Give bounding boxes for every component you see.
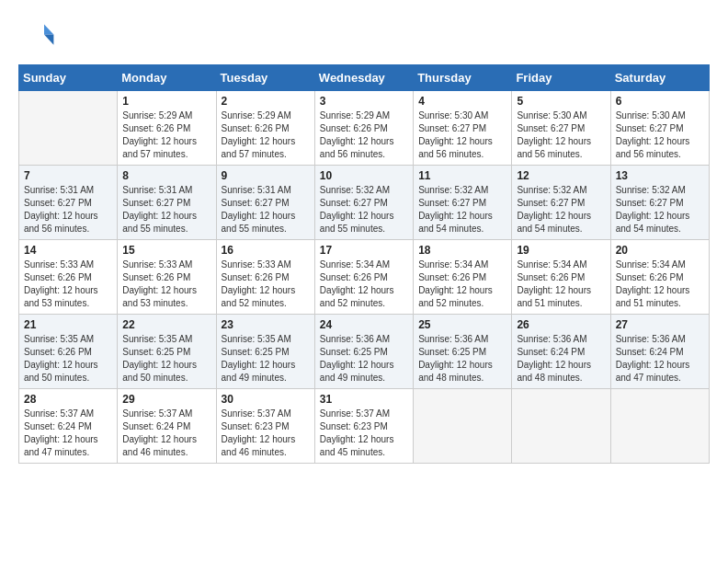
calendar-cell bbox=[512, 389, 610, 464]
cell-content: Sunrise: 5:36 AM Sunset: 6:24 PM Dayligh… bbox=[517, 333, 605, 385]
cell-content: Sunrise: 5:34 AM Sunset: 6:26 PM Dayligh… bbox=[320, 259, 408, 310]
day-number: 26 bbox=[517, 318, 605, 331]
calendar-cell: 12Sunrise: 5:32 AM Sunset: 6:27 PM Dayli… bbox=[512, 166, 610, 240]
cell-content: Sunrise: 5:29 AM Sunset: 6:26 PM Dayligh… bbox=[320, 109, 408, 161]
calendar-week-row: 14Sunrise: 5:33 AM Sunset: 6:26 PM Dayli… bbox=[19, 240, 710, 315]
day-number: 30 bbox=[222, 393, 310, 406]
cell-content: Sunrise: 5:32 AM Sunset: 6:27 PM Dayligh… bbox=[320, 184, 408, 236]
calendar-cell: 21Sunrise: 5:35 AM Sunset: 6:26 PM Dayli… bbox=[19, 315, 118, 389]
calendar-cell: 7Sunrise: 5:31 AM Sunset: 6:27 PM Daylig… bbox=[19, 166, 118, 240]
day-number: 12 bbox=[517, 169, 605, 182]
calendar-cell: 31Sunrise: 5:37 AM Sunset: 6:23 PM Dayli… bbox=[314, 389, 413, 464]
cell-content: Sunrise: 5:33 AM Sunset: 6:26 PM Dayligh… bbox=[122, 259, 210, 310]
day-number: 3 bbox=[320, 95, 408, 108]
calendar-cell bbox=[414, 389, 512, 464]
day-number: 11 bbox=[418, 169, 506, 182]
cell-content: Sunrise: 5:29 AM Sunset: 6:26 PM Dayligh… bbox=[122, 109, 210, 161]
cell-content: Sunrise: 5:30 AM Sunset: 6:27 PM Dayligh… bbox=[616, 109, 704, 161]
day-number: 20 bbox=[616, 244, 704, 257]
day-number: 6 bbox=[616, 95, 704, 108]
cell-content: Sunrise: 5:36 AM Sunset: 6:25 PM Dayligh… bbox=[418, 333, 506, 385]
day-number: 15 bbox=[122, 244, 210, 257]
day-number: 25 bbox=[418, 318, 506, 331]
day-number: 4 bbox=[418, 95, 506, 108]
calendar-cell: 4Sunrise: 5:30 AM Sunset: 6:27 PM Daylig… bbox=[414, 91, 512, 166]
day-number: 14 bbox=[24, 244, 112, 257]
day-number: 24 bbox=[320, 318, 408, 331]
page-header bbox=[18, 18, 710, 55]
cell-content: Sunrise: 5:37 AM Sunset: 6:23 PM Dayligh… bbox=[222, 408, 310, 459]
calendar-cell: 8Sunrise: 5:31 AM Sunset: 6:27 PM Daylig… bbox=[118, 166, 216, 240]
calendar-week-row: 21Sunrise: 5:35 AM Sunset: 6:26 PM Dayli… bbox=[19, 315, 710, 389]
calendar-cell: 23Sunrise: 5:35 AM Sunset: 6:25 PM Dayli… bbox=[216, 315, 314, 389]
calendar-week-row: 28Sunrise: 5:37 AM Sunset: 6:24 PM Dayli… bbox=[19, 389, 710, 464]
cell-content: Sunrise: 5:31 AM Sunset: 6:27 PM Dayligh… bbox=[222, 184, 310, 236]
calendar-table: SundayMondayTuesdayWednesdayThursdayFrid… bbox=[18, 64, 710, 464]
cell-content: Sunrise: 5:34 AM Sunset: 6:26 PM Dayligh… bbox=[418, 259, 506, 310]
calendar-cell: 10Sunrise: 5:32 AM Sunset: 6:27 PM Dayli… bbox=[314, 166, 413, 240]
cell-content: Sunrise: 5:30 AM Sunset: 6:27 PM Dayligh… bbox=[418, 109, 506, 161]
cell-content: Sunrise: 5:33 AM Sunset: 6:26 PM Dayligh… bbox=[24, 259, 112, 310]
day-number: 17 bbox=[320, 244, 408, 257]
cell-content: Sunrise: 5:31 AM Sunset: 6:27 PM Dayligh… bbox=[122, 184, 210, 236]
logo-icon bbox=[18, 18, 55, 55]
weekday-header-monday: Monday bbox=[118, 65, 216, 91]
calendar-cell: 18Sunrise: 5:34 AM Sunset: 6:26 PM Dayli… bbox=[414, 240, 512, 315]
weekday-header-row: SundayMondayTuesdayWednesdayThursdayFrid… bbox=[19, 65, 710, 91]
calendar-cell: 19Sunrise: 5:34 AM Sunset: 6:26 PM Dayli… bbox=[512, 240, 610, 315]
day-number: 9 bbox=[222, 169, 310, 182]
day-number: 16 bbox=[222, 244, 310, 257]
day-number: 10 bbox=[320, 169, 408, 182]
cell-content: Sunrise: 5:34 AM Sunset: 6:26 PM Dayligh… bbox=[616, 259, 704, 310]
calendar-cell bbox=[610, 389, 709, 464]
calendar-cell: 2Sunrise: 5:29 AM Sunset: 6:26 PM Daylig… bbox=[216, 91, 314, 166]
cell-content: Sunrise: 5:36 AM Sunset: 6:25 PM Dayligh… bbox=[320, 333, 408, 385]
svg-marker-0 bbox=[44, 24, 53, 34]
calendar-cell: 29Sunrise: 5:37 AM Sunset: 6:24 PM Dayli… bbox=[118, 389, 216, 464]
day-number: 1 bbox=[122, 95, 210, 108]
logo bbox=[18, 18, 61, 55]
cell-content: Sunrise: 5:32 AM Sunset: 6:27 PM Dayligh… bbox=[616, 184, 704, 236]
cell-content: Sunrise: 5:35 AM Sunset: 6:25 PM Dayligh… bbox=[222, 333, 310, 385]
calendar-week-row: 7Sunrise: 5:31 AM Sunset: 6:27 PM Daylig… bbox=[19, 166, 710, 240]
day-number: 29 bbox=[122, 393, 210, 406]
day-number: 21 bbox=[24, 318, 112, 331]
weekday-header-wednesday: Wednesday bbox=[314, 65, 413, 91]
day-number: 8 bbox=[122, 169, 210, 182]
calendar-cell: 1Sunrise: 5:29 AM Sunset: 6:26 PM Daylig… bbox=[118, 91, 216, 166]
calendar-cell: 14Sunrise: 5:33 AM Sunset: 6:26 PM Dayli… bbox=[19, 240, 118, 315]
svg-marker-1 bbox=[44, 35, 53, 45]
calendar-cell: 5Sunrise: 5:30 AM Sunset: 6:27 PM Daylig… bbox=[512, 91, 610, 166]
calendar-cell: 26Sunrise: 5:36 AM Sunset: 6:24 PM Dayli… bbox=[512, 315, 610, 389]
day-number: 31 bbox=[320, 393, 408, 406]
calendar-cell: 3Sunrise: 5:29 AM Sunset: 6:26 PM Daylig… bbox=[314, 91, 413, 166]
cell-content: Sunrise: 5:36 AM Sunset: 6:24 PM Dayligh… bbox=[616, 333, 704, 385]
calendar-cell: 25Sunrise: 5:36 AM Sunset: 6:25 PM Dayli… bbox=[414, 315, 512, 389]
weekday-header-tuesday: Tuesday bbox=[216, 65, 314, 91]
cell-content: Sunrise: 5:32 AM Sunset: 6:27 PM Dayligh… bbox=[418, 184, 506, 236]
weekday-header-sunday: Sunday bbox=[19, 65, 118, 91]
calendar-cell: 6Sunrise: 5:30 AM Sunset: 6:27 PM Daylig… bbox=[610, 91, 709, 166]
calendar-cell: 30Sunrise: 5:37 AM Sunset: 6:23 PM Dayli… bbox=[216, 389, 314, 464]
calendar-cell: 17Sunrise: 5:34 AM Sunset: 6:26 PM Dayli… bbox=[314, 240, 413, 315]
day-number: 19 bbox=[517, 244, 605, 257]
day-number: 7 bbox=[24, 169, 112, 182]
cell-content: Sunrise: 5:33 AM Sunset: 6:26 PM Dayligh… bbox=[222, 259, 310, 310]
cell-content: Sunrise: 5:37 AM Sunset: 6:24 PM Dayligh… bbox=[122, 408, 210, 459]
day-number: 18 bbox=[418, 244, 506, 257]
cell-content: Sunrise: 5:35 AM Sunset: 6:26 PM Dayligh… bbox=[24, 333, 112, 385]
day-number: 23 bbox=[222, 318, 310, 331]
weekday-header-saturday: Saturday bbox=[610, 65, 709, 91]
day-number: 22 bbox=[122, 318, 210, 331]
day-number: 13 bbox=[616, 169, 704, 182]
calendar-cell: 9Sunrise: 5:31 AM Sunset: 6:27 PM Daylig… bbox=[216, 166, 314, 240]
cell-content: Sunrise: 5:37 AM Sunset: 6:23 PM Dayligh… bbox=[320, 408, 408, 459]
day-number: 5 bbox=[517, 95, 605, 108]
weekday-header-thursday: Thursday bbox=[414, 65, 512, 91]
cell-content: Sunrise: 5:34 AM Sunset: 6:26 PM Dayligh… bbox=[517, 259, 605, 310]
weekday-header-friday: Friday bbox=[512, 65, 610, 91]
calendar-cell: 16Sunrise: 5:33 AM Sunset: 6:26 PM Dayli… bbox=[216, 240, 314, 315]
calendar-cell: 11Sunrise: 5:32 AM Sunset: 6:27 PM Dayli… bbox=[414, 166, 512, 240]
calendar-cell bbox=[19, 91, 118, 166]
cell-content: Sunrise: 5:30 AM Sunset: 6:27 PM Dayligh… bbox=[517, 109, 605, 161]
